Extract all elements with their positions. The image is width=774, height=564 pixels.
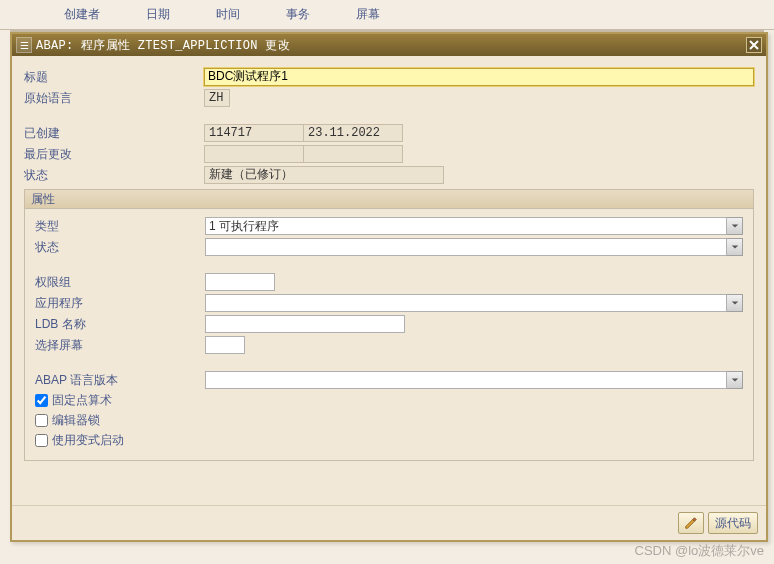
- label-status2: 状态: [35, 237, 205, 257]
- attributes-section: 类型 1 可执行程序 状态 权限组 应用程序: [24, 209, 754, 461]
- chevron-down-icon: [731, 376, 739, 384]
- label-ldb: LDB 名称: [35, 314, 205, 334]
- dialog-title: ABAP: 程序属性 ZTEST_APPLICTION 更改: [36, 37, 746, 54]
- status-select[interactable]: [205, 238, 727, 256]
- attributes-section-header: 属性: [24, 189, 754, 209]
- created-by-value: 114717: [204, 124, 304, 142]
- abap-ver-select[interactable]: [205, 371, 727, 389]
- watermark: CSDN @lo波德莱尔ve: [635, 542, 765, 560]
- label-auth-group: 权限组: [35, 272, 205, 292]
- label-title: 标题: [24, 67, 204, 87]
- ldb-input[interactable]: [205, 315, 405, 333]
- label-abap-ver: ABAP 语言版本: [35, 370, 205, 390]
- applprog-dropdown-button[interactable]: [727, 294, 743, 312]
- label-last-change: 最后更改: [24, 144, 204, 164]
- dialog-body: 标题 原始语言 ZH 已创建 114717 23.11.2022 最后更改 状态…: [12, 56, 766, 505]
- close-button[interactable]: [746, 37, 762, 53]
- created-date-value: 23.11.2022: [303, 124, 403, 142]
- applprog-select[interactable]: [205, 294, 727, 312]
- bg-col-transaction: 事务: [286, 6, 310, 29]
- properties-dialog: ☰ ABAP: 程序属性 ZTEST_APPLICTION 更改 标题 原始语言…: [10, 32, 768, 542]
- label-fixed-point: 固定点算术: [52, 390, 112, 410]
- bg-col-creator: 创建者: [64, 6, 100, 29]
- label-created: 已创建: [24, 123, 204, 143]
- edit-button[interactable]: [678, 512, 704, 534]
- lastchange-by-value: [204, 145, 304, 163]
- label-type: 类型: [35, 216, 205, 236]
- dialog-footer: 源代码: [12, 505, 766, 540]
- dialog-titlebar[interactable]: ☰ ABAP: 程序属性 ZTEST_APPLICTION 更改: [12, 34, 766, 56]
- label-status: 状态: [24, 165, 204, 185]
- label-sel-screen: 选择屏幕: [35, 335, 205, 355]
- dialog-system-icon[interactable]: ☰: [16, 37, 32, 53]
- abap-ver-dropdown-button[interactable]: [727, 371, 743, 389]
- variant-start-checkbox[interactable]: [35, 434, 48, 447]
- close-icon: [749, 40, 759, 50]
- chevron-down-icon: [731, 243, 739, 251]
- chevron-down-icon: [731, 299, 739, 307]
- status-dropdown-button[interactable]: [727, 238, 743, 256]
- type-dropdown-button[interactable]: [727, 217, 743, 235]
- sel-screen-input[interactable]: [205, 336, 245, 354]
- bg-col-screen: 屏幕: [356, 6, 380, 29]
- label-variant-start: 使用变式启动: [52, 430, 124, 450]
- editor-lock-checkbox[interactable]: [35, 414, 48, 427]
- background-column-headers: 创建者 日期 时间 事务 屏幕: [0, 0, 774, 30]
- label-applprog: 应用程序: [35, 293, 205, 313]
- bg-col-date: 日期: [146, 6, 170, 29]
- orig-lang-value: ZH: [204, 89, 230, 107]
- chevron-down-icon: [731, 222, 739, 230]
- label-editor-lock: 编辑器锁: [52, 410, 100, 430]
- source-code-button[interactable]: 源代码: [708, 512, 758, 534]
- pencil-icon: [684, 516, 698, 530]
- bg-col-time: 时间: [216, 6, 240, 29]
- title-input[interactable]: [204, 68, 754, 86]
- lastchange-date-value: [303, 145, 403, 163]
- status-value: 新建（已修订）: [204, 166, 444, 184]
- label-orig-lang: 原始语言: [24, 88, 204, 108]
- auth-group-input[interactable]: [205, 273, 275, 291]
- fixed-point-checkbox[interactable]: [35, 394, 48, 407]
- type-select[interactable]: 1 可执行程序: [205, 217, 727, 235]
